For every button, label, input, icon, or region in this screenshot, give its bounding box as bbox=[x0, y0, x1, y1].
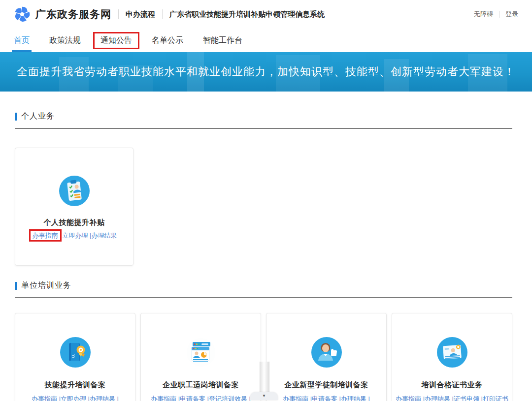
card-links: 办事指南立即办理 |办理结果 bbox=[15, 231, 133, 240]
personal-cards-row: 个人技能提升补贴 办事指南立即办理 |办理结果 bbox=[15, 148, 517, 266]
chevron-down-icon[interactable]: ▼ bbox=[262, 394, 266, 398]
header: 广东政务服务网 申办流程 广东省职业技能提升培训补贴申领管理信息系统 无障碍 登… bbox=[0, 0, 532, 29]
card-skill-training-record[interactable]: 技能提升培训备案 办事指南 |立即办理 |办理结果 | 在培人员查询 |学员情况… bbox=[15, 313, 135, 401]
section-divider bbox=[15, 128, 512, 129]
section-accent-bar bbox=[15, 113, 17, 121]
content: 个人业务 bbox=[0, 111, 532, 401]
card-title: 个人技能提升补贴 bbox=[15, 218, 133, 227]
card-links[interactable]: 办事指南 |办理结果 |证书申领 |打印证书 | 培训人员查询 bbox=[392, 395, 512, 401]
links-line1[interactable]: 办事指南 |办理结果 |证书申领 |打印证书 | bbox=[395, 395, 509, 401]
header-divider bbox=[118, 9, 119, 19]
section-personal-head: 个人业务 bbox=[15, 111, 517, 122]
card-links[interactable]: 办事指南 |立即办理 |办理结果 | 在培人员查询 |学员情况查询 bbox=[15, 395, 135, 401]
header-menu-flow[interactable]: 申办流程 bbox=[126, 10, 155, 19]
card-title: 技能提升培训备案 bbox=[15, 380, 135, 390]
personal-subsidy-icon bbox=[59, 176, 90, 206]
main-nav: 首页 政策法规 通知公告 名单公示 智能工作台 bbox=[0, 29, 532, 52]
gdzwfw-logo-icon[interactable] bbox=[14, 6, 31, 23]
tab-home[interactable]: 首页 bbox=[14, 29, 30, 52]
card-links[interactable]: 办事指南 |申请备案 |登记培训效果 | 办理结果 |单位培训人员查询 bbox=[141, 395, 261, 401]
links-rest[interactable]: 立即办理 |办理结果 bbox=[63, 232, 117, 239]
card-apprentice-training-record[interactable]: 企业新型学徒制培训备案 办事指南 |申请备案 |办理结果 | 单位培训人员查询 bbox=[266, 313, 387, 401]
card-onjob-training-record[interactable]: 企业职工适岗培训备案 办事指南 |申请备案 |登记培训效果 | 办理结果 |单位… bbox=[140, 313, 261, 401]
brand-title[interactable]: 广东政务服务网 bbox=[35, 7, 111, 21]
accessibility-link[interactable]: 无障碍 bbox=[474, 10, 493, 19]
slogan-banner: 全面提升我省劳动者职业技能水平和就业创业能力，加快知识型、技能型、创新型劳动者大… bbox=[0, 52, 532, 92]
card-title: 企业新型学徒制培训备案 bbox=[266, 380, 386, 390]
login-link[interactable]: 登录 bbox=[505, 10, 518, 19]
scrollbar[interactable]: ▼ bbox=[258, 362, 271, 401]
section-title-unit: 单位培训业务 bbox=[21, 280, 71, 291]
card-links[interactable]: 办事指南 |申请备案 |办理结果 | 单位培训人员查询 bbox=[266, 395, 386, 401]
annotation-box-notice[interactable]: 通知公告 bbox=[93, 32, 139, 49]
header-divider bbox=[499, 11, 499, 18]
tab-policy[interactable]: 政策法规 bbox=[49, 29, 81, 52]
apprentice-training-record-icon bbox=[311, 337, 342, 368]
link-guide[interactable]: 办事指南 bbox=[33, 232, 58, 239]
annotation-box-guide-link[interactable]: 办事指南 bbox=[29, 229, 62, 242]
header-divider bbox=[162, 9, 163, 19]
section-accent-bar bbox=[15, 282, 17, 290]
page: 广东政务服务网 申办流程 广东省职业技能提升培训补贴申领管理信息系统 无障碍 登… bbox=[0, 0, 532, 401]
tab-workbench[interactable]: 智能工作台 bbox=[203, 29, 242, 52]
section-unit-head: 单位培训业务 bbox=[15, 280, 517, 291]
card-title: 企业职工适岗培训备案 bbox=[141, 380, 261, 390]
section-title-personal: 个人业务 bbox=[21, 111, 55, 122]
section-divider bbox=[15, 297, 512, 298]
training-certificate-icon bbox=[437, 337, 467, 368]
onjob-training-record-icon bbox=[186, 337, 216, 368]
card-title: 培训合格证书业务 bbox=[392, 380, 512, 390]
tab-notice[interactable]: 通知公告 bbox=[100, 29, 132, 52]
links-line1[interactable]: 办事指南 |申请备案 |登记培训效果 | bbox=[144, 395, 258, 401]
banner-slogan: 全面提升我省劳动者职业技能水平和就业创业能力，加快知识型、技能型、创新型劳动者大… bbox=[0, 64, 515, 79]
header-right: 无障碍 登录 bbox=[474, 10, 518, 19]
tab-roster[interactable]: 名单公示 bbox=[152, 29, 183, 52]
links-line1[interactable]: 办事指南 |申请备案 |办理结果 | bbox=[269, 395, 383, 401]
links-line1[interactable]: 办事指南 |立即办理 |办理结果 | bbox=[18, 395, 132, 401]
card-personal-skill-subsidy[interactable]: 个人技能提升补贴 办事指南立即办理 |办理结果 bbox=[15, 148, 133, 266]
scrollbar-base[interactable]: ▼ bbox=[250, 392, 278, 400]
system-title: 广东省职业技能提升培训补贴申领管理信息系统 bbox=[169, 10, 325, 19]
skill-training-record-icon bbox=[60, 337, 91, 368]
card-training-certificate[interactable]: 培训合格证书业务 办事指南 |办理结果 |证书申领 |打印证书 | 培训人员查询 bbox=[392, 313, 512, 401]
scrollbar-track[interactable] bbox=[260, 362, 269, 393]
